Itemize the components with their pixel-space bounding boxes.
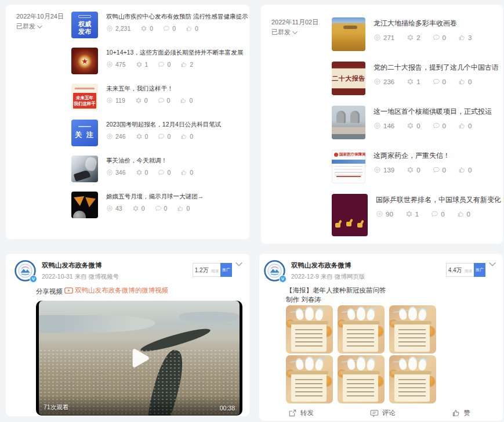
- views-icon: [106, 133, 113, 140]
- play-button[interactable]: [126, 346, 153, 370]
- promote-button[interactable]: 推广: [474, 263, 485, 277]
- article-item[interactable]: 关 注 2023国考明起报名，12月4日公共科目笔试 246 0 0 0: [71, 120, 249, 146]
- poster-image[interactable]: [286, 305, 333, 354]
- poster-grid: [286, 305, 503, 403]
- comment-icon: [431, 210, 438, 218]
- likes-stat: 0: [457, 210, 470, 218]
- article-title[interactable]: 10+14+13，这些方面必须长期坚持并不断丰富发展: [106, 49, 243, 57]
- video-link[interactable]: 双鸭山发布政务微博的微博视频: [64, 286, 168, 295]
- comment-button[interactable]: 评论: [370, 409, 396, 417]
- article-item[interactable]: 权威 发布 双鸭山市疾控中心发布有效预防 流行性感冒健康提示 2,231 0 0…: [71, 12, 249, 38]
- weibo-post-video: V 双鸭山发布政务微博 2022-10-31 来自 微博视频号 1.2万 阅读 …: [6, 254, 249, 416]
- article-thumbnail-red-star[interactable]: ★: [71, 48, 98, 74]
- chevron-down-icon[interactable]: [292, 31, 298, 35]
- article-title[interactable]: 嫦娥五号月壤，揭示月球一大谜团→: [106, 193, 204, 201]
- comment-icon: [155, 205, 162, 212]
- article-item[interactable]: 未来五年 我们这样干 未来五年，我们这样干！ 119 0 0 0: [71, 84, 249, 110]
- poster-text-lines: [398, 329, 426, 348]
- read-count-badge[interactable]: 4.4万 阅读 推广: [446, 263, 485, 277]
- article-thumbnail-report[interactable]: 二十大报告: [332, 62, 365, 95]
- promote-button[interactable]: 推广: [220, 263, 232, 277]
- article-title[interactable]: 事关油价，今天就调！: [106, 157, 193, 165]
- likes-count: 0: [468, 122, 472, 129]
- article-item[interactable]: ★ 10+14+13，这些方面必须长期坚持并不断丰富发展 475 1 0 2: [71, 48, 249, 74]
- article-thumbnail-authority[interactable]: 权威 发布: [71, 12, 98, 38]
- article-item[interactable]: 国际乒联世界排名，中国球员又有新变化！ 90 1 0 0: [332, 194, 504, 236]
- article-thumbnail-pingpong[interactable]: [332, 194, 368, 236]
- comments-count: 0: [441, 211, 444, 218]
- chevron-down-icon[interactable]: [235, 262, 242, 267]
- comments-count: 0: [167, 169, 171, 176]
- like-icon: [457, 210, 465, 218]
- poster-scroll: [291, 373, 327, 402]
- account-name[interactable]: 双鸭山发布政务微博: [291, 261, 365, 270]
- comment-icon: [163, 25, 170, 32]
- broadcast-date: 2022年11月02日: [271, 17, 332, 27]
- comment-icon: [370, 409, 379, 417]
- poster-image[interactable]: [338, 355, 385, 403]
- article-item[interactable]: 嫦娥五号月壤，揭示月球一大谜团→ 43 0 0 0: [71, 192, 249, 218]
- account-name[interactable]: 双鸭山发布政务微博: [42, 261, 119, 270]
- broadcast-status[interactable]: 已群发: [16, 21, 71, 31]
- thumb-text: 未来五年: [76, 95, 93, 101]
- article-item[interactable]: 这一地区首个核能供暖项目，正式投运 146 0 0 0: [332, 106, 504, 139]
- article-title[interactable]: 双鸭山市疾控中心发布有效预防 流行性感冒健康提示: [106, 13, 248, 21]
- likes-stat: 0: [177, 205, 190, 212]
- article-item[interactable]: 国家医疗保障局 这两家药企，严重失信！ 139 0 0 0: [332, 150, 504, 183]
- repost-button[interactable]: 转发: [288, 409, 314, 417]
- repost-label: 转发: [300, 409, 314, 417]
- read-count-badge[interactable]: 1.2万 阅读 推广: [193, 263, 232, 277]
- broadcast-status-label: 已群发: [271, 27, 291, 37]
- likes-stat: 0: [180, 169, 193, 176]
- article-thumbnail-fuel[interactable]: [71, 156, 98, 182]
- poster-image[interactable]: [338, 305, 385, 354]
- likes-count: 0: [468, 78, 472, 85]
- article-thumbnail-pharma[interactable]: 国家医疗保障局: [332, 150, 365, 183]
- article-title[interactable]: 国际乒联世界排名，中国球员又有新变化！: [376, 195, 504, 205]
- video-duration: 00:38: [220, 405, 235, 412]
- avatar[interactable]: V: [264, 260, 285, 282]
- likes-stat: 0: [186, 25, 198, 32]
- broadcast-card-nov02: 2022年11月02日 已群发 龙江大地描绘多彩丰收画卷 271 2 0 3 二…: [261, 5, 503, 244]
- like-button[interactable]: 赞: [452, 409, 471, 417]
- article-title[interactable]: 2023国考明起报名，12月4日公共科目笔试: [106, 121, 221, 129]
- thumb-text: 权威: [78, 20, 91, 28]
- article-item[interactable]: 龙江大地描绘多彩丰收画卷 271 2 0 3: [332, 17, 504, 51]
- chevron-down-icon[interactable]: [489, 262, 496, 267]
- article-thumbnail-nuclear[interactable]: [332, 106, 365, 139]
- comments-count: 0: [172, 25, 176, 32]
- article-thumbnail-moon[interactable]: [71, 192, 98, 218]
- likes-stat: 2: [180, 61, 193, 68]
- article-item[interactable]: 事关油价，今天就调！ 346 0 0 0: [71, 156, 249, 182]
- article-thumbnail-future[interactable]: 未来五年 我们这样干: [71, 84, 98, 110]
- article-thumbnail-focus[interactable]: 关 注: [71, 120, 98, 146]
- thumbs-up-shape: [346, 219, 353, 226]
- weibo-post-posters: V 双鸭山发布政务微博 2022-12-9 来自 微博网页版 4.4万 阅读 推…: [259, 254, 503, 421]
- article-thumbnail-harvest[interactable]: [332, 17, 365, 51]
- article-title[interactable]: 这两家药企，严重失信！: [374, 151, 472, 161]
- video-link-text: 双鸭山发布政务微博的微博视频: [75, 286, 168, 295]
- article-title[interactable]: 未来五年，我们这样干！: [106, 85, 193, 93]
- poster-text-lines: [347, 379, 374, 398]
- article-title[interactable]: 这一地区首个核能供暖项目，正式投运: [374, 107, 492, 117]
- article-title[interactable]: 党的二十大报告，提到了这几个中国古语: [374, 63, 499, 73]
- article-item[interactable]: 二十大报告 党的二十大报告，提到了这几个中国古语 236 1 0 0: [332, 62, 504, 95]
- broadcast-status[interactable]: 已群发: [271, 27, 332, 37]
- reactor-dome-shape: [350, 111, 360, 123]
- video-player[interactable]: 71次观看 00:38: [36, 301, 242, 416]
- comments-stat: 0: [433, 78, 446, 85]
- poster-scroll: [343, 323, 378, 352]
- article-stats: 271 2 0 3: [374, 34, 472, 41]
- chevron-down-icon[interactable]: [37, 25, 42, 29]
- cartoon-figure: [314, 358, 324, 371]
- views-icon: [374, 78, 381, 85]
- poster-image[interactable]: [389, 355, 436, 403]
- avatar[interactable]: V: [14, 260, 36, 282]
- poster-image[interactable]: [389, 305, 436, 354]
- poster-image[interactable]: [286, 355, 333, 403]
- views-count: 346: [115, 169, 126, 176]
- like-icon: [177, 205, 184, 212]
- views-count: 43: [115, 205, 122, 212]
- article-title[interactable]: 龙江大地描绘多彩丰收画卷: [374, 19, 472, 28]
- comments-stat: 0: [158, 97, 171, 104]
